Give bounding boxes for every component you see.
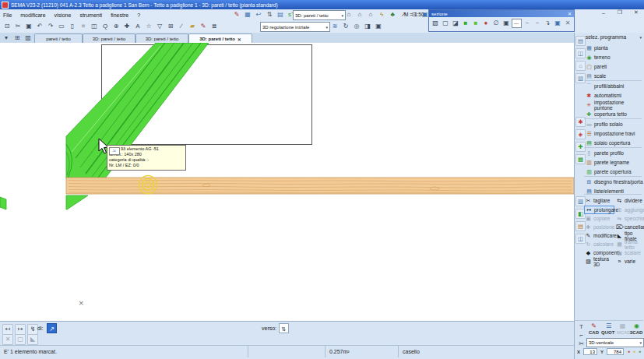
tool-tagliare[interactable]: ✂tagliare [584, 196, 614, 205]
menu-modificare[interactable]: modificare [20, 12, 45, 18]
list-icon[interactable]: ≣ [209, 22, 219, 31]
sidebar-item-terreno[interactable]: ◉ terreno [586, 53, 643, 62]
rafter-tail-green[interactable] [66, 195, 88, 209]
tab-3d-pareti-tetto-2[interactable]: 3D: pareti / tetto [135, 33, 188, 43]
sidebar-item-impostazione-puntone[interactable]: ✳ impostazione puntone [586, 100, 643, 109]
drawing-canvas[interactable] [0, 43, 574, 321]
pencil-icon[interactable]: ✎ [199, 22, 208, 31]
section-icon[interactable]: ▧ [431, 19, 440, 28]
box-ref-icon[interactable]: ▢ [15, 334, 26, 345]
panel-strip-icon[interactable]: ▦ [575, 154, 586, 164]
cad-mode-icon[interactable]: ✎ [589, 322, 598, 330]
tool-posizione[interactable]: ✚posizione [584, 223, 614, 231]
zoom-icon[interactable]: Q [100, 22, 110, 31]
sidebar-item-pianta[interactable]: ▦ pianta [586, 44, 643, 52]
corner-tool-icon[interactable]: ⌐ [577, 331, 586, 340]
minus2-icon[interactable]: − [533, 19, 542, 28]
dot-red-icon[interactable]: ● [481, 19, 491, 28]
tool-prolungare[interactable]: ↦prolungare [584, 206, 614, 214]
panel-strip-icon[interactable]: ▤ [575, 36, 586, 46]
pan-icon[interactable]: ✚ [122, 22, 132, 31]
cube-green-icon[interactable]: ■ [461, 19, 470, 28]
sezione-combo[interactable]: --- [512, 19, 522, 28]
zoom-plus-icon[interactable]: ⊕ [111, 22, 121, 31]
brush-icon[interactable]: ✎ [232, 10, 241, 19]
sidebar-item-disegno-finestra-porta[interactable]: ⊞ disegno finestra/porta [586, 178, 643, 186]
snip-tool-icon[interactable]: ✂ [577, 340, 586, 348]
sidebar-item-impostazione-travi[interactable]: ☰ impostazione travi [586, 129, 643, 138]
view-combo[interactable]: 3D: pareti / tetto ▾ [293, 10, 346, 20]
status-light-red[interactable]: ● [627, 350, 631, 354]
target-icon[interactable]: ◎ [352, 22, 361, 31]
fill-icon[interactable]: ▰ [188, 22, 197, 31]
tool-dividere[interactable]: ⇆dividere [615, 196, 643, 205]
tab-pareti-tetto[interactable]: pareti / tetto [34, 33, 83, 43]
zigzag-icon[interactable]: ↯ [27, 324, 38, 335]
tool-varie[interactable]: »varie [615, 257, 643, 266]
tool-trama-tetto[interactable]: ▦trama tetto [615, 240, 643, 248]
rafter-edge-green[interactable] [0, 197, 6, 209]
status-light-green[interactable]: ● [638, 350, 642, 354]
add-icon[interactable]: ⊞ [166, 22, 175, 31]
menu-visione[interactable]: visione [55, 12, 72, 18]
cut-icon[interactable]: ✂ [13, 22, 23, 31]
angle-ref-icon[interactable]: ◣ [27, 334, 38, 345]
view-direction-combo[interactable]: 3D-verticale ▾ [586, 338, 644, 347]
empty-icon[interactable]: ∅ [491, 19, 501, 28]
grid-icon[interactable]: ▦ [243, 10, 252, 19]
copy2-icon[interactable]: ▣ [501, 19, 511, 28]
verso-spinner-icon[interactable]: ⇅ [279, 323, 289, 333]
mcad-mode-label[interactable]: MCAD [617, 330, 631, 335]
tool-calcolare[interactable]: ↻calcolare [584, 240, 614, 248]
triangle-icon[interactable]: ▽ [155, 22, 164, 31]
maximize-button[interactable]: ❐ [614, 9, 625, 16]
sidebar-item-automatismi[interactable]: ✱ automatismi [586, 91, 643, 100]
delete-ref-icon[interactable]: ✕ [2, 334, 13, 345]
sidebar-item-scale[interactable]: ▤ scale [586, 72, 643, 80]
di-direction-icon[interactable]: ↗ [47, 323, 57, 333]
star-icon[interactable]: ☆ [144, 22, 153, 31]
close-button[interactable]: ✕ [631, 9, 642, 16]
text-icon[interactable]: A [133, 22, 143, 31]
extend-right-icon[interactable]: ↦ [15, 324, 26, 335]
status-light-yellow[interactable]: ● [632, 350, 636, 354]
section3-icon[interactable]: ◪ [451, 19, 460, 28]
rect-icon[interactable]: ▭ [57, 22, 66, 31]
frame-icon[interactable]: ▣ [374, 22, 383, 31]
panel-strip-icon[interactable]: ◈ [575, 129, 586, 139]
section2-icon[interactable]: ▢ [441, 19, 450, 28]
sidebar-item-parete-profilo[interactable]: ▯ parete profilo [586, 149, 643, 157]
sidebar-item-profilo-solaio[interactable]: ▭ profilo solaio [586, 120, 643, 128]
line-icon[interactable]: ∕ [177, 22, 186, 31]
sidebar-item-parete-copertura[interactable]: ▥ parete copertura [586, 167, 643, 176]
jump-icon[interactable]: ↴ [543, 19, 552, 28]
undo2-icon[interactable]: ↶ [35, 22, 44, 31]
quot-mode-icon[interactable]: ☰ [604, 322, 613, 330]
tab-close-icon[interactable]: ✕ [238, 37, 241, 42]
clover-icon[interactable]: ♣ [388, 10, 397, 19]
floating-toolbar-titlebar[interactable]: sezione ✕ [429, 10, 574, 17]
minimize-button[interactable]: – [598, 10, 609, 16]
sidebar-item-pareti[interactable]: ▢ pareti [586, 62, 643, 71]
menu-help[interactable]: ? [137, 12, 140, 18]
grid2-icon[interactable]: ⌗ [79, 22, 88, 31]
panel-strip-icon[interactable]: ▥ [575, 73, 586, 83]
menu-strumenti[interactable]: strumenti [79, 12, 102, 18]
tool-scalare[interactable]: ◢scalare [615, 248, 643, 257]
extend-left-icon[interactable]: ↤ [2, 324, 13, 335]
home3-icon[interactable]: ⌂ [366, 10, 375, 19]
menu-finestre[interactable]: finestre [111, 12, 128, 18]
wave-icon[interactable]: ≋ [330, 22, 340, 31]
bolt-icon[interactable]: ϟ [377, 10, 386, 19]
layout-icon[interactable]: ▥ [23, 33, 33, 43]
collapse-icon[interactable]: ▾ [2, 33, 11, 43]
home-icon[interactable]: ⌂ [344, 10, 354, 19]
3cad-mode-label[interactable]: 3CAD [630, 330, 642, 335]
tool-specchiare[interactable]: ⇋specchiare [615, 214, 643, 223]
tool-copiare[interactable]: ▣copiare [584, 214, 614, 223]
tool-aggiungere[interactable]: ⊞aggiungere [615, 206, 643, 214]
levels-icon[interactable]: ⇅ [265, 10, 274, 19]
cube-green2-icon[interactable]: ■ [471, 19, 480, 28]
3cad-mode-icon[interactable]: ◉ [632, 322, 641, 330]
text-tool-icon[interactable]: T [577, 322, 586, 331]
